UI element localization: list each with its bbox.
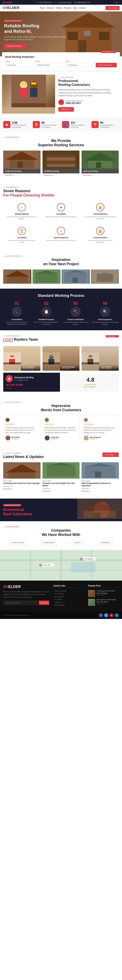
footer-link-about[interactable]: About Company: [53, 590, 84, 592]
partner-coralone: CORALONE: [9, 540, 27, 545]
footer-post-img-1: [88, 590, 95, 597]
nav-roofing[interactable]: Roofing: [56, 7, 62, 9]
reason-award: 🏆 Accredited Award winning company with …: [3, 224, 40, 246]
testimonial-header-2: [45, 418, 77, 422]
footer-link-privacy[interactable]: Privacy Policy: [53, 604, 84, 606]
footer-link-services[interactable]: Our Services: [53, 593, 84, 595]
test-img-3: [84, 418, 88, 422]
news-card-3: Sep 10, 2023 Why Roofing Material Select…: [81, 462, 119, 494]
svg-point-49: [49, 355, 53, 359]
test-author-2: Logan Ray Location B: [45, 436, 77, 441]
subscribe-button[interactable]: Subscribe: [39, 601, 49, 605]
nav-reviews[interactable]: Reviews: [64, 7, 71, 9]
footer: SHELDER We are a leading roofing company…: [0, 581, 122, 612]
nav-home[interactable]: Home: [40, 7, 45, 9]
svg-rect-34: [35, 274, 58, 283]
social-twitter-icon[interactable]: t: [104, 613, 108, 617]
svg-rect-24: [47, 161, 75, 164]
phone-input[interactable]: [35, 63, 64, 67]
news-link-3[interactable]: Read More →: [81, 490, 119, 492]
news-readmore-button[interactable]: Read More →: [102, 452, 119, 457]
news-link-1[interactable]: Read More →: [3, 488, 41, 490]
hero-cta-button[interactable]: Read for Roofing →: [4, 44, 26, 49]
service-link-3[interactable]: Read More + →: [81, 173, 119, 177]
social-youtube[interactable]: ▶: [116, 2, 117, 3]
svg-text:New York: New York: [44, 564, 51, 566]
team-all-button[interactable]: All Members →: [106, 335, 119, 337]
process-inspect-icon: 🔍: [100, 307, 110, 317]
inspiration-img-2[interactable]: [33, 269, 61, 284]
testimonials-section: Latest Reviews ImpressiveWords from Cust…: [0, 396, 122, 447]
nav-cta-button[interactable]: Get a Quote: [106, 6, 120, 10]
email: ✉ info@shelder.com: [74, 2, 91, 3]
team-overlay-3: Luke Moshe Project Manager: [99, 365, 119, 371]
footer-link-contact[interactable]: Contact Us: [53, 601, 84, 603]
date-input[interactable]: [66, 63, 94, 67]
inspiration-img-3[interactable]: [62, 269, 90, 284]
booking-phone-field: Phone: [35, 60, 64, 67]
service-link-2[interactable]: Read More + →: [42, 173, 80, 177]
professional-image-inner: [2, 75, 55, 107]
svg-rect-22: [47, 154, 75, 157]
team-grid: Max Benjamin Roofing Specialist Hanika R…: [3, 346, 119, 371]
svg-point-10: [30, 81, 38, 89]
partner-ashgreen: AshGreen: [41, 540, 58, 545]
social-facebook[interactable]: f: [113, 2, 113, 3]
svg-rect-67: [95, 471, 101, 477]
promo-image-area: [77, 499, 122, 521]
reasons-title: Seven ReasonsFor People Choosing Shelder: [3, 189, 119, 197]
partner-aecal: AECAL: [72, 540, 84, 545]
team-img-1: Max Benjamin Roofing Specialist: [3, 346, 41, 371]
social-twitter[interactable]: t: [115, 2, 115, 3]
news-grid: Sep 15, 2023 Protecting Your Roof from S…: [3, 462, 119, 494]
svg-rect-46: [10, 355, 14, 357]
professional-readmore-button[interactable]: Read More +: [58, 107, 74, 111]
partners-section: Our Partners CompaniesWe Have Worked Wit…: [0, 521, 122, 550]
inspiration-badge: Latest Projects: [3, 255, 119, 257]
team-card-3: Luke Moshe Project Manager: [81, 346, 119, 371]
promo-title: Economical Roof Collections: [3, 508, 32, 516]
test-text-3: Wonderful service and friendly team. The…: [84, 426, 117, 434]
svg-marker-1: [61, 13, 116, 27]
name-input[interactable]: [5, 63, 34, 67]
professional-contact: 📞 Call for Quality Services (555) 203-39…: [58, 99, 117, 105]
subscribe-email-input[interactable]: [3, 601, 38, 605]
team-card-2: Hanika Reuben Roof Engineer: [42, 346, 80, 371]
social-linkedin-icon[interactable]: in: [115, 613, 119, 617]
svg-text:Los Angeles: Los Angeles: [84, 558, 93, 560]
social-facebook-icon[interactable]: f: [99, 613, 103, 617]
svg-rect-29: [96, 162, 101, 168]
booking-submit-button[interactable]: Book for Roofing →: [96, 63, 117, 67]
services-grid: Single-Ply Roofing Read More + → Modifie…: [3, 151, 119, 177]
service-label-1: Single-Ply Roofing: [3, 169, 41, 173]
team-section: Our Specialist Trained Roofers Team All …: [0, 330, 122, 396]
booking-date-field: Date: [66, 60, 94, 67]
test-stars-3: ★★★★★: [84, 423, 117, 425]
nav-blog[interactable]: Blog: [73, 7, 77, 9]
map-inner: New York Los Angeles: [0, 550, 122, 581]
service-card-1: Single-Ply Roofing Read More + →: [3, 151, 41, 177]
footer-links-col: Useful Links About Company Our Services …: [53, 585, 84, 608]
test-info-1: Rica Smith Location A: [12, 436, 20, 440]
service-link-1[interactable]: Read More + →: [3, 173, 41, 177]
inspiration-img-1[interactable]: [3, 269, 31, 284]
svg-rect-57: [81, 362, 99, 364]
news-link-2[interactable]: Read More →: [42, 490, 80, 492]
news-header: Latest Updates Latest News & Updates Rea…: [3, 452, 119, 459]
service-card-3: Built-Up Roofing Read More + →: [81, 151, 119, 177]
svg-rect-32: [7, 277, 27, 283]
test-text-1: Excellent roofing service! The team was …: [5, 426, 38, 434]
phone1: 📞 +1 (3) 795 53-020: [35, 2, 52, 3]
nav-contact[interactable]: Contact: [79, 7, 85, 9]
process-header: Standard Working Process: [3, 294, 119, 298]
footer-link-team[interactable]: Our Team: [53, 598, 84, 600]
social-youtube-icon[interactable]: ▶: [109, 613, 113, 617]
inspiration-img-4[interactable]: [91, 269, 119, 284]
nav-services[interactable]: Services: [47, 7, 54, 9]
social-linkedin[interactable]: in: [118, 2, 120, 3]
services-header: Our Services We ProvideSuperior Roofing …: [3, 137, 119, 147]
footer-link-projects[interactable]: Our Projects: [53, 596, 84, 598]
inspiration-section: Latest Projects Inspirationon Your Next …: [0, 250, 122, 289]
emergency-link[interactable]: Call Now: [6, 387, 12, 389]
svg-rect-12: [31, 83, 36, 84]
